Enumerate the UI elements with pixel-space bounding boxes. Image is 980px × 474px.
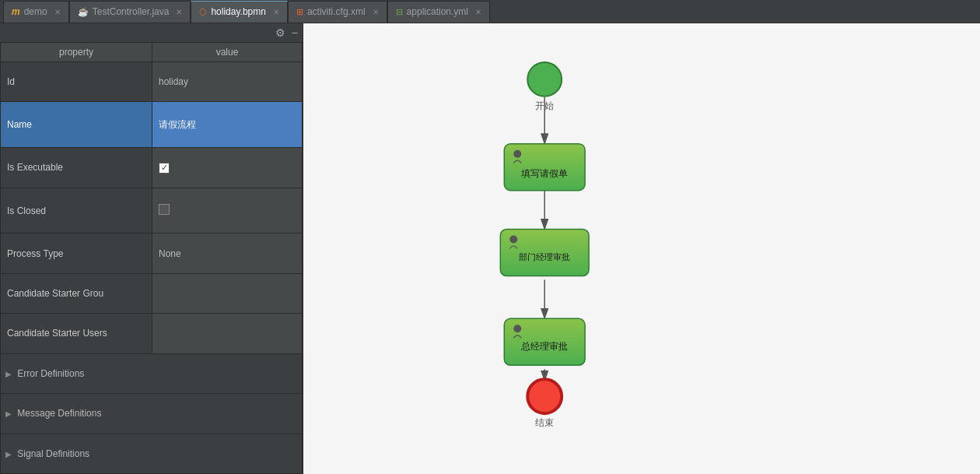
prop-label-processtype: Process Type (1, 233, 152, 273)
minimize-icon[interactable]: − (292, 26, 298, 39)
signal-definitions-label[interactable]: ▶ Signal Definitions (1, 434, 303, 474)
error-definitions-row[interactable]: ▶ Error Definitions (1, 353, 303, 393)
prop-label-isexecutable: Is Executable (1, 147, 152, 188)
task1-person-head (513, 150, 521, 158)
tab-close-activiti[interactable]: ✕ (373, 8, 379, 16)
task3-person-head (513, 325, 521, 332)
table-row[interactable]: Name 请假流程 (1, 102, 303, 147)
start-label: 开始 (535, 100, 554, 111)
yml-icon: ⊟ (396, 7, 403, 17)
tab-close-holiday[interactable]: ✕ (273, 8, 279, 16)
main-layout: ⚙ − property value Id holiday Name 请假流程 (0, 23, 980, 474)
tab-label-holiday: holiday.bpmn (211, 6, 266, 17)
arrow-icon: ▶ (5, 450, 12, 458)
arrow-icon: ▶ (5, 370, 12, 378)
table-row[interactable]: Id holiday (1, 62, 303, 102)
message-definitions-label[interactable]: ▶ Message Definitions (1, 394, 303, 434)
properties-panel: ⚙ − property value Id holiday Name 请假流程 (0, 23, 303, 474)
isexecutable-checkbox[interactable]: ✓ (159, 163, 170, 174)
value-header: value (152, 43, 303, 62)
tab-close-testcontroller[interactable]: ✕ (176, 8, 182, 16)
tab-holiday[interactable]: ⬡ holiday.bpmn ✕ (191, 1, 288, 23)
property-header: property (1, 43, 152, 62)
task2-label: 部门经理审批 (519, 252, 570, 262)
java-icon: ☕ (78, 7, 89, 17)
table-header-row: property value (1, 43, 303, 62)
task2-person-head (509, 236, 517, 244)
bpmn-canvas[interactable]: 开始 填写请假单 部门经理审批 总经理审批 (303, 23, 980, 474)
tab-close-application[interactable]: ✕ (475, 8, 481, 16)
prop-label-id: Id (1, 62, 152, 102)
tab-close-demo[interactable]: ✕ (54, 8, 61, 16)
tab-label-activiti: activiti.cfg.xml (307, 6, 366, 17)
prop-value-isexecutable[interactable]: ✓ (152, 147, 303, 188)
prop-label-candidategroup: Candidate Starter Grou (1, 273, 152, 313)
start-event[interactable] (527, 62, 562, 97)
canvas-area[interactable]: 开始 填写请假单 部门经理审批 总经理审批 (303, 23, 980, 474)
tab-label-demo: demo (24, 6, 47, 17)
svg-rect-0 (304, 23, 980, 474)
end-event[interactable] (527, 379, 562, 413)
error-definitions-text: Error Definitions (17, 368, 84, 379)
xml-icon: ⊞ (296, 7, 303, 17)
signal-definitions-row[interactable]: ▶ Signal Definitions (1, 434, 303, 474)
end-label: 结束 (535, 417, 554, 428)
properties-table: property value Id holiday Name 请假流程 Is E… (0, 42, 303, 474)
prop-value-name[interactable]: 请假流程 (152, 102, 303, 147)
gear-icon[interactable]: ⚙ (275, 26, 285, 39)
task3-label: 总经理审批 (520, 341, 568, 352)
prop-label-candidateusers: Candidate Starter Users (1, 314, 152, 353)
diagram-svg: 开始 填写请假单 部门经理审批 总经理审批 (303, 23, 980, 474)
table-row[interactable]: Is Executable ✓ (1, 147, 303, 188)
bpmn-icon: ⬡ (199, 7, 207, 17)
panel-controls: ⚙ − (0, 23, 303, 42)
task1-label: 填写请假单 (520, 168, 568, 179)
table-row[interactable]: Candidate Starter Users (1, 314, 303, 353)
table-row[interactable]: Is Closed (1, 188, 303, 233)
table-row[interactable]: Process Type None (1, 233, 303, 273)
message-definitions-row[interactable]: ▶ Message Definitions (1, 394, 303, 434)
prop-label-name: Name (1, 102, 152, 147)
tab-application[interactable]: ⊟ application.yml ✕ (387, 1, 490, 23)
m-icon: m (12, 6, 20, 17)
signal-definitions-text: Signal Definitions (17, 448, 89, 459)
prop-value-isclosed[interactable] (152, 188, 303, 233)
prop-value-candidateusers[interactable] (152, 314, 303, 353)
tab-activiti[interactable]: ⊞ activiti.cfg.xml ✕ (288, 1, 387, 23)
tab-demo[interactable]: m demo ✕ (3, 1, 69, 23)
tab-label-testcontroller: TestController.java (93, 6, 170, 17)
prop-value-id[interactable]: holiday (152, 62, 303, 102)
tab-label-application: application.yml (407, 6, 468, 17)
isclosed-checkbox[interactable] (159, 204, 170, 215)
prop-value-processtype[interactable]: None (152, 233, 303, 273)
prop-value-candidategroup[interactable] (152, 273, 303, 313)
table-row[interactable]: Candidate Starter Grou (1, 273, 303, 313)
arrow-icon: ▶ (5, 409, 12, 418)
checkmark-icon: ✓ (161, 163, 168, 173)
tab-testcontroller[interactable]: ☕ TestController.java ✕ (69, 1, 191, 23)
prop-label-isclosed: Is Closed (1, 188, 152, 233)
message-definitions-text: Message Definitions (17, 408, 101, 419)
error-definitions-label[interactable]: ▶ Error Definitions (1, 353, 303, 393)
tab-bar: m demo ✕ ☕ TestController.java ✕ ⬡ holid… (0, 0, 980, 23)
